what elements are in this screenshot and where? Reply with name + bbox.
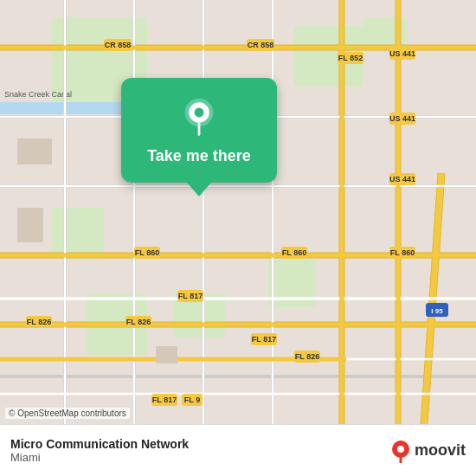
svg-text:FL 860: FL 860: [282, 248, 306, 257]
svg-rect-4: [52, 208, 104, 260]
svg-text:US 441: US 441: [389, 175, 415, 183]
svg-text:US 441: US 441: [389, 49, 415, 58]
svg-text:US 441: US 441: [389, 114, 415, 123]
svg-text:FL 817: FL 817: [152, 396, 177, 404]
cta-card[interactable]: Take me there: [121, 78, 277, 183]
moovit-logo-text: moovit: [415, 441, 466, 460]
svg-rect-79: [17, 208, 43, 242]
svg-text:FL 826: FL 826: [126, 318, 151, 326]
cta-overlay[interactable]: Take me there: [121, 78, 277, 196]
take-me-there-button[interactable]: Take me there: [147, 147, 251, 165]
svg-point-86: [397, 446, 404, 453]
app-name: Micro Communication Network: [10, 437, 189, 451]
svg-text:FL 826: FL 826: [295, 352, 319, 361]
cta-card-arrow: [187, 183, 211, 196]
svg-text:FL 817: FL 817: [252, 335, 276, 344]
svg-rect-81: [156, 346, 177, 363]
svg-text:FL 860: FL 860: [390, 248, 415, 257]
svg-text:FL 860: FL 860: [135, 248, 159, 257]
app-info: Micro Communication Network Miami: [10, 437, 189, 464]
map-attribution: © OpenStreetMap contributors: [5, 408, 130, 419]
svg-text:FL 9: FL 9: [184, 396, 200, 404]
info-bar: Micro Communication Network Miami moovit: [0, 424, 476, 476]
svg-text:FL 817: FL 817: [178, 292, 203, 300]
svg-text:Snake Creek Canal: Snake Creek Canal: [4, 90, 72, 99]
svg-text:FL 826: FL 826: [27, 318, 51, 326]
svg-point-84: [195, 108, 204, 118]
moovit-logo-icon: [390, 439, 411, 463]
svg-text:I 95: I 95: [431, 307, 443, 315]
app-city: Miami: [10, 451, 189, 464]
svg-text:FL 852: FL 852: [338, 54, 363, 62]
svg-text:CR 858: CR 858: [248, 41, 274, 49]
map-container: Snake Creek Canal: [0, 0, 476, 424]
svg-rect-78: [17, 138, 52, 164]
location-pin-icon: [177, 95, 221, 138]
svg-text:CR 858: CR 858: [105, 41, 132, 49]
moovit-logo: moovit: [390, 439, 466, 463]
